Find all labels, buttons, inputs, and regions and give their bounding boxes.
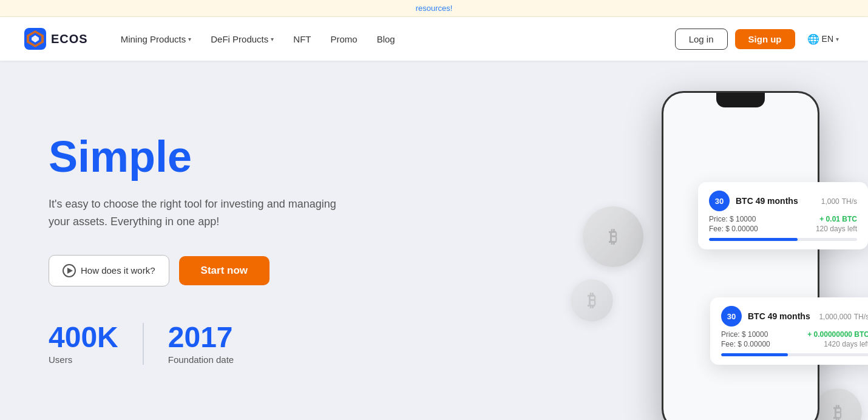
stat-users-label: Users	[49, 354, 118, 365]
progress-bar-1	[709, 238, 857, 241]
stat-users-number: 400K	[49, 323, 118, 352]
card-badge-2: 30	[721, 306, 742, 327]
card-title-1: BTC 49 months	[736, 196, 798, 206]
hero-content: Simple It's easy to choose the right too…	[49, 133, 340, 365]
card-days-1: 120 days left	[816, 225, 857, 233]
card-left-2: 30 BTC 49 months	[721, 306, 810, 327]
top-banner: resources!	[0, 0, 868, 17]
card-header-2: 30 BTC 49 months 1,000,000 TH/s	[721, 306, 868, 327]
bitcoin-coin-3: ₿	[813, 388, 862, 420]
banner-link[interactable]: resources!	[416, 4, 453, 13]
nav-item-promo[interactable]: Promo	[322, 29, 365, 49]
chevron-down-icon: ▾	[188, 36, 191, 42]
card-detail-price-1: Price: $ 10000 + 0.01 BTC	[709, 215, 857, 223]
globe-icon: 🌐	[807, 33, 819, 45]
stat-founded-label: Foundation date	[168, 354, 234, 365]
stat-founded-number: 2017	[168, 323, 234, 352]
language-label: EN	[822, 34, 833, 44]
hero-subtitle: It's easy to choose the right tool for i…	[49, 195, 340, 231]
lang-chevron-icon: ▾	[836, 36, 839, 42]
nav-item-mining[interactable]: Mining Products ▾	[112, 29, 200, 49]
progress-bar-2	[721, 353, 868, 356]
card-gain-2: + 0.00000000 BTC	[807, 330, 868, 339]
navbar: ECOS Mining Products ▾ DeFi Products ▾ N…	[0, 17, 868, 61]
card-title-2: BTC 49 months	[748, 311, 810, 321]
card-days-2: 1420 days left	[824, 340, 868, 348]
logo[interactable]: ECOS	[24, 28, 88, 50]
play-icon	[63, 264, 76, 277]
hero-buttons: How does it work? Start now	[49, 255, 340, 286]
card-left-1: 30 BTC 49 months	[709, 191, 798, 211]
hero-visual: ₿ ₿ ₿ 30 BTC 49 months 1,000 TH/s Price:…	[565, 73, 868, 420]
card-detail-fee-2: Fee: $ 0.00000 1420 days left	[721, 340, 868, 348]
phone-frame	[662, 91, 819, 420]
bitcoin-coin-2: ₿	[571, 279, 613, 322]
nav-actions: Log in Sign up 🌐 EN ▾	[675, 29, 844, 50]
start-now-button[interactable]: Start now	[179, 256, 270, 285]
stat-founded: 2017 Foundation date	[168, 323, 234, 365]
logo-text: ECOS	[51, 32, 88, 46]
card-detail-price-2: Price: $ 10000 + 0.00000000 BTC	[721, 330, 868, 339]
nav-links: Mining Products ▾ DeFi Products ▾ NFT Pr…	[112, 29, 675, 49]
chevron-down-icon: ▾	[271, 36, 274, 42]
mining-card-1: 30 BTC 49 months 1,000 TH/s Price: $ 100…	[698, 182, 868, 249]
card-badge-1: 30	[709, 191, 730, 211]
nav-item-defi[interactable]: DeFi Products ▾	[202, 29, 282, 49]
mining-card-2: 30 BTC 49 months 1,000,000 TH/s Price: $…	[710, 297, 868, 365]
nav-item-blog[interactable]: Blog	[368, 29, 404, 49]
signup-button[interactable]: Sign up	[735, 29, 795, 49]
login-button[interactable]: Log in	[675, 29, 728, 50]
nav-item-nft[interactable]: NFT	[285, 29, 319, 49]
phone-notch	[716, 93, 765, 107]
card-header-1: 30 BTC 49 months 1,000 TH/s	[709, 191, 857, 211]
card-detail-fee-1: Fee: $ 0.00000 120 days left	[709, 225, 857, 233]
language-selector[interactable]: 🌐 EN ▾	[802, 30, 844, 49]
bitcoin-coin-1: ₿	[583, 206, 643, 267]
card-gain-1: + 0.01 BTC	[819, 215, 857, 223]
hero-stats: 400K Users 2017 Foundation date	[49, 323, 340, 365]
card-ths-2: 1,000,000 TH/s	[819, 311, 868, 321]
progress-fill-2	[721, 353, 788, 356]
progress-fill-1	[709, 238, 798, 241]
stat-users: 400K Users	[49, 323, 144, 365]
phone-screen	[663, 93, 818, 420]
card-ths-1: 1,000 TH/s	[821, 196, 857, 206]
logo-icon	[24, 28, 46, 50]
how-it-works-button[interactable]: How does it work?	[49, 255, 169, 286]
hero-title: Simple	[49, 133, 340, 181]
hero-section: Simple It's easy to choose the right too…	[0, 61, 868, 420]
